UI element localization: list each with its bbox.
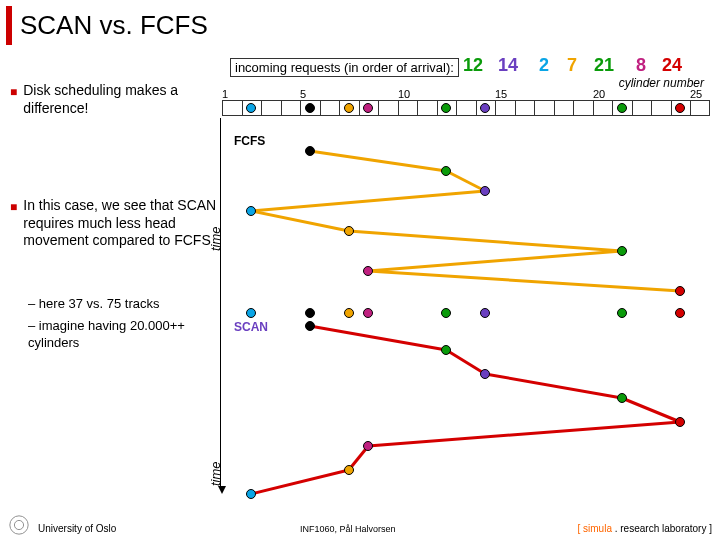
slide-title: SCAN vs. FCFS [20,10,720,41]
svg-line-11 [368,422,680,446]
cylinder-dot [246,206,256,216]
cylinder-dot [363,441,373,451]
svg-line-13 [251,470,349,494]
cylinder-dot [344,226,354,236]
request-value: 24 [662,55,682,76]
svg-line-5 [368,251,622,271]
svg-line-1 [446,171,485,191]
cylinder-dot [480,186,490,196]
uio-crest-icon [8,514,30,536]
svg-line-2 [251,191,485,211]
time-axis [220,118,221,488]
cylinder-dot [305,103,315,113]
request-value: 12 [463,55,483,76]
request-value: 14 [498,55,518,76]
cylinder-dot [305,321,315,331]
request-value: 7 [567,55,577,76]
svg-point-15 [14,520,23,529]
cylinder-dot [675,417,685,427]
scan-label: SCAN [234,320,268,334]
svg-line-8 [446,350,485,374]
sub-bullet-2: – imagine having 20.000++ cylinders [28,318,220,352]
footer-left: University of Oslo [38,523,116,534]
cylinder-dot [441,308,451,318]
incoming-requests-label: incoming requests (in order of arrival): [230,58,459,77]
svg-line-0 [310,151,447,171]
cylinder-dot [246,308,256,318]
time-label-1: time [208,226,223,251]
time-label-2: time [208,461,223,486]
cylinder-dot [305,146,315,156]
cylinder-dot [246,489,256,499]
cylinder-dot [480,369,490,379]
bullet-1-text: Disk scheduling makes a difference! [23,82,220,117]
bullets-panel: ■ Disk scheduling makes a difference! ■ … [10,82,220,358]
ruler-tick: 5 [300,88,306,100]
footer-right-brand: [ simula [578,523,612,534]
svg-point-14 [10,516,28,534]
sub-bullet-1: – here 37 vs. 75 tracks [28,296,220,313]
cylinder-dot [617,103,627,113]
cylinder-dot [441,166,451,176]
footer-right-rest: . research laboratory ] [612,523,712,534]
ruler-boxes [222,100,710,116]
cylinder-dot [617,246,627,256]
cylinder-dot [363,266,373,276]
cylinder-dot [617,308,627,318]
cylinder-dot [617,393,627,403]
title-bar: SCAN vs. FCFS [6,6,720,45]
ruler-tick: 20 [593,88,605,100]
footer-right: [ simula . research laboratory ] [578,523,713,534]
ruler-tick: 1 [222,88,228,100]
request-value: 21 [594,55,614,76]
svg-line-10 [622,398,681,422]
request-value: 8 [636,55,646,76]
bullet-square-icon: ■ [10,85,17,117]
path-lines [222,76,710,506]
diagram-area: cylinder number 1510152025 time time FCF… [222,76,710,506]
svg-line-4 [349,231,622,251]
svg-line-9 [485,374,622,398]
cylinder-dot [344,465,354,475]
cylinder-dot [480,308,490,318]
ruler-tick: 15 [495,88,507,100]
footer-center: INF1060, Pål Halvorsen [300,524,396,534]
svg-line-3 [251,211,349,231]
cylinder-dot [363,308,373,318]
ruler-tick: 10 [398,88,410,100]
ruler-tick: 25 [690,88,702,100]
cylinder-dot [675,286,685,296]
cylinder-dot [675,308,685,318]
cylinder-dot [305,308,315,318]
svg-line-7 [310,326,447,350]
cylinder-dot [441,345,451,355]
bullet-2-text: In this case, we see that SCAN requires … [23,197,220,250]
bullet-1: ■ Disk scheduling makes a difference! [10,82,220,117]
svg-line-6 [368,271,680,291]
fcfs-label: FCFS [234,134,265,148]
cylinder-dot [344,103,354,113]
cylinder-dot [344,308,354,318]
request-value: 2 [539,55,549,76]
time-arrow-icon [218,486,226,494]
sub-bullets: – here 37 vs. 75 tracks – imagine having… [28,296,220,353]
bullet-2: ■ In this case, we see that SCAN require… [10,197,220,250]
bullet-square-icon: ■ [10,200,17,250]
